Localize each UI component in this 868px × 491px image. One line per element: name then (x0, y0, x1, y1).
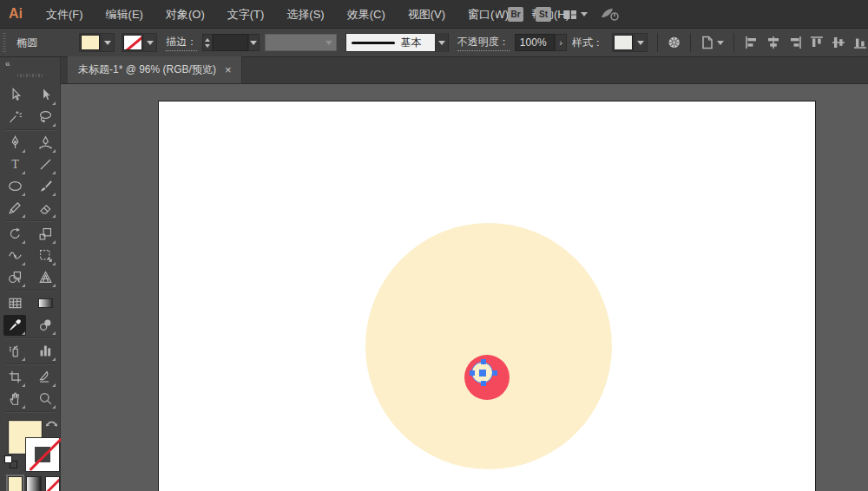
menu-edit[interactable]: 编辑(E) (95, 0, 155, 29)
tool-artboard[interactable] (3, 367, 26, 388)
tool-column-graph[interactable] (34, 341, 56, 362)
opacity-expand-button[interactable]: › (555, 34, 567, 51)
align-bottom-button[interactable] (852, 35, 868, 50)
anchor-point-left[interactable] (470, 370, 475, 376)
divider (5, 411, 55, 412)
stock-button[interactable]: St (536, 7, 551, 22)
menu-object[interactable]: 对象(O) (155, 0, 216, 29)
align-right-button[interactable] (787, 35, 803, 50)
stroke-weight-stepper[interactable] (202, 34, 212, 51)
chevron-down-icon (717, 41, 724, 45)
stroke-weight-dropdown[interactable] (248, 34, 260, 51)
tool-symbol-sprayer[interactable] (3, 341, 26, 362)
tool-pen[interactable] (3, 133, 26, 154)
fill-stroke-indicator (0, 419, 61, 473)
svg-text:T: T (11, 157, 19, 171)
menu-file[interactable]: 文件(F) (35, 0, 95, 29)
perspective-grid-icon (37, 269, 54, 285)
tool-pencil[interactable] (3, 198, 26, 219)
chevron-down-icon (637, 41, 644, 45)
gpu-performance-icon[interactable] (600, 7, 621, 23)
color-button[interactable] (8, 476, 23, 491)
width-profile-dropdown-disabled (265, 34, 337, 51)
tool-perspective-grid[interactable] (34, 267, 56, 288)
artboard[interactable] (158, 101, 816, 491)
chevron-down-icon (104, 41, 111, 45)
brush-stroke-preview (352, 42, 395, 44)
stroke-color-dropdown[interactable] (122, 33, 157, 52)
tool-slice[interactable] (34, 367, 56, 388)
menu-view[interactable]: 视图(V) (397, 0, 457, 29)
tool-scale[interactable] (34, 224, 56, 245)
tool-magic-wand[interactable] (3, 107, 26, 128)
stroke-weight-label[interactable]: 描边： (166, 35, 197, 51)
tool-rotate[interactable] (3, 224, 26, 245)
align-vertical-center-button[interactable] (831, 35, 846, 50)
tool-mesh[interactable] (3, 293, 26, 314)
pen-icon (7, 134, 23, 151)
default-fill-stroke-icon[interactable] (4, 455, 18, 469)
swap-fill-stroke-icon[interactable] (45, 419, 58, 431)
tool-width[interactable] (3, 245, 26, 266)
tool-blend[interactable] (34, 315, 56, 336)
shape-options-icon[interactable] (667, 35, 681, 50)
anchor-point-top[interactable] (481, 359, 486, 364)
tool-gradient[interactable] (34, 293, 56, 314)
document-setup-dropdown[interactable] (700, 35, 724, 50)
fill-color-swatch[interactable] (81, 35, 100, 50)
tool-eraser[interactable] (34, 198, 56, 219)
pencil-icon (7, 200, 23, 216)
style-swatch[interactable] (614, 35, 633, 50)
tool-zoom[interactable] (34, 389, 56, 409)
anchor-point-right[interactable] (492, 370, 497, 376)
workspace-switcher-button[interactable] (563, 9, 588, 21)
gradient-icon (38, 298, 53, 308)
large-cream-circle-shape[interactable] (365, 223, 612, 469)
align-horizontal-center-button[interactable] (766, 35, 781, 50)
stroke-none-proxy[interactable] (26, 438, 59, 471)
bridge-button[interactable]: Br (508, 7, 523, 22)
fill-color-dropdown[interactable] (79, 33, 115, 52)
stroke-none-swatch[interactable] (123, 35, 142, 50)
menu-effect[interactable]: 效果(C) (336, 0, 397, 29)
pasteboard[interactable] (61, 84, 868, 491)
line-segment-icon (37, 156, 54, 173)
tool-eyedropper-active[interactable] (3, 315, 26, 336)
align-left-button[interactable] (744, 35, 760, 50)
control-bar: 椭圆 描边： 基本 不透明度： 100% › 样式： (0, 29, 868, 57)
anchor-point-center[interactable] (479, 370, 486, 376)
gradient-button[interactable] (26, 476, 41, 491)
menu-type[interactable]: 文字(T) (216, 0, 276, 29)
chevron-down-icon (438, 41, 445, 45)
column-graph-icon (37, 343, 54, 359)
chevron-down-icon (147, 41, 154, 45)
none-button[interactable] (45, 476, 60, 491)
mesh-icon (7, 295, 23, 311)
opacity-input[interactable]: 100% (515, 34, 555, 51)
tab-close-icon[interactable]: × (225, 64, 232, 75)
tool-ellipse[interactable] (3, 176, 26, 197)
menu-select[interactable]: 选择(S) (275, 0, 335, 29)
tool-line-segment[interactable] (34, 154, 56, 175)
panel-grip-handle[interactable] (17, 74, 43, 77)
stroke-weight-input[interactable] (213, 34, 248, 51)
brush-definition-dropdown[interactable]: 基本 (345, 33, 449, 52)
step-up-icon (205, 38, 210, 42)
opacity-label[interactable]: 不透明度： (457, 35, 510, 51)
style-dropdown[interactable] (612, 33, 648, 52)
anchor-point-bottom[interactable] (481, 381, 486, 386)
align-top-button[interactable] (809, 35, 825, 50)
collapse-panel-button[interactable]: « (0, 57, 60, 69)
tool-hand[interactable] (3, 389, 26, 409)
tool-direct-selection[interactable] (34, 85, 56, 106)
panel-grip-handle[interactable] (3, 33, 6, 52)
document-tab[interactable]: 未标题-1* @ 96% (RGB/预览) × (68, 56, 242, 83)
tool-selection[interactable] (3, 85, 26, 106)
tool-paintbrush[interactable] (34, 176, 56, 197)
tool-curvature-pen[interactable] (34, 133, 56, 154)
tool-shape-builder[interactable] (3, 267, 26, 288)
tool-type[interactable]: T (3, 154, 26, 175)
document-icon (700, 35, 714, 50)
tool-lasso[interactable] (34, 107, 56, 128)
tool-free-transform[interactable] (34, 245, 56, 266)
